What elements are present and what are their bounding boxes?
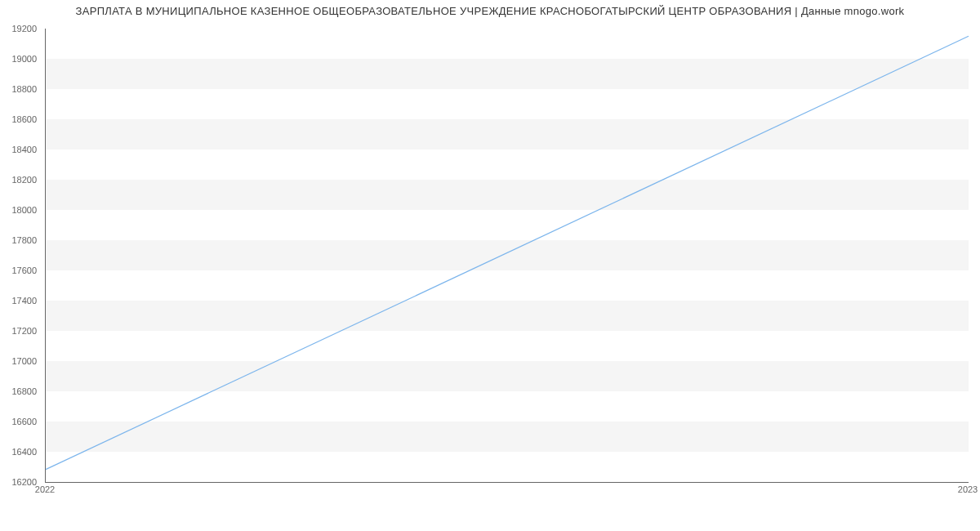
x-tick-label: 2023	[958, 484, 978, 494]
y-axis-ticks: 1620016400166001680017000172001740017600…	[0, 29, 41, 482]
y-tick-label: 16600	[11, 417, 37, 426]
y-tick-label: 19000	[11, 54, 37, 64]
y-tick-label: 17200	[11, 326, 37, 336]
y-tick-label: 16200	[11, 477, 37, 487]
chart-title: ЗАРПЛАТА В МУНИЦИПАЛЬНОЕ КАЗЕННОЕ ОБЩЕОБ…	[0, 5, 980, 17]
y-tick-label: 17600	[11, 266, 37, 275]
y-tick-label: 18800	[11, 84, 37, 94]
y-tick-label: 17400	[11, 296, 37, 306]
line-layer	[46, 29, 969, 482]
y-tick-label: 18600	[11, 114, 37, 124]
y-tick-label: 17800	[11, 235, 37, 245]
y-tick-label: 16400	[11, 447, 37, 457]
y-tick-label: 18000	[11, 205, 37, 215]
salary-chart: ЗАРПЛАТА В МУНИЦИПАЛЬНОЕ КАЗЕННОЕ ОБЩЕОБ…	[0, 0, 980, 531]
y-tick-label: 19200	[11, 24, 37, 33]
plot-area	[45, 29, 969, 483]
y-tick-label: 18200	[11, 175, 37, 185]
y-tick-label: 17000	[11, 356, 37, 366]
salary-series	[46, 36, 969, 469]
x-tick-label: 2022	[35, 484, 55, 494]
x-axis-ticks: 20222023	[45, 484, 968, 501]
y-tick-label: 16800	[11, 386, 37, 396]
y-tick-label: 18400	[11, 145, 37, 154]
